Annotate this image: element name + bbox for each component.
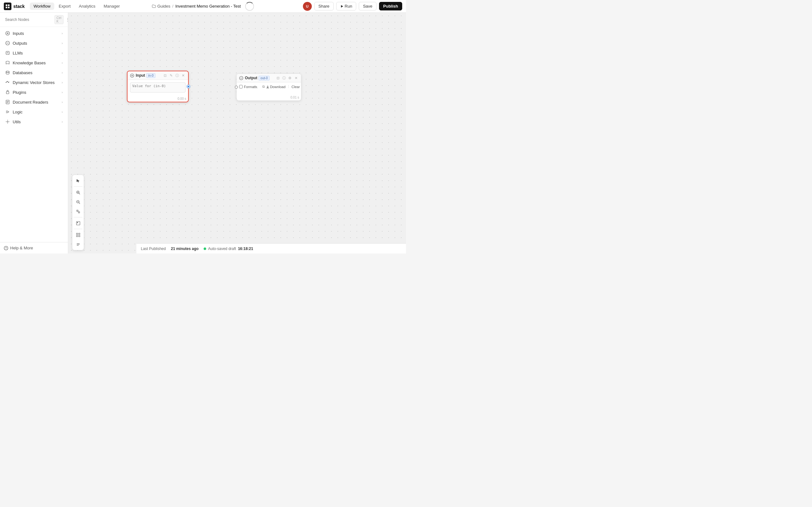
knowledge-bases-icon: [5, 60, 10, 65]
tab-manager[interactable]: Manager: [100, 3, 124, 10]
auto-saved-label: Auto-saved draft: [208, 246, 236, 251]
svg-point-29: [7, 121, 8, 122]
logo-text: stack: [13, 4, 25, 9]
svg-marker-4: [341, 5, 343, 8]
outputs-icon: [5, 41, 10, 46]
toolbar-minimap-btn[interactable]: [73, 219, 83, 228]
main-layout: Ctrl K ⋮ Inputs › Outputs ›: [0, 13, 406, 253]
toolbar-pointer-btn[interactable]: [73, 176, 83, 185]
toolbar-list-btn[interactable]: [73, 240, 83, 249]
minimap-icon: [76, 221, 80, 225]
databases-icon: [5, 70, 10, 75]
output-node-info-btn[interactable]: ⓘ: [281, 75, 287, 80]
tab-workflow[interactable]: Workflow: [30, 3, 54, 10]
document-readers-icon: [5, 100, 10, 105]
search-input[interactable]: [5, 17, 53, 22]
svg-rect-46: [78, 212, 80, 213]
inputs-arrow-icon: ›: [61, 32, 63, 35]
output-node-icon: [239, 76, 244, 80]
save-button[interactable]: Save: [359, 2, 376, 10]
zoom-in-icon: [76, 190, 80, 194]
sidebar-item-knowledge-bases-label: Knowledge Bases: [13, 60, 61, 65]
toolbar-fit-btn[interactable]: [73, 207, 83, 216]
input-node-textarea[interactable]: [130, 82, 186, 93]
outputs-arrow-icon: ›: [61, 41, 63, 45]
svg-point-22: [8, 82, 9, 83]
avatar: U: [303, 2, 312, 11]
svg-point-20: [6, 82, 6, 83]
sidebar-footer[interactable]: Help & More: [0, 242, 68, 253]
sidebar-item-outputs-label: Outputs: [13, 41, 61, 46]
logic-arrow-icon: ›: [61, 110, 63, 114]
input-node-header: Input in-0 ⊡ ✎ ⓘ ✕: [128, 71, 188, 80]
output-node-expand-btn[interactable]: ⊡: [275, 75, 281, 80]
toggle-knob: [257, 85, 260, 89]
svg-line-39: [79, 193, 80, 194]
svg-rect-50: [77, 222, 78, 223]
sidebar-item-inputs[interactable]: Inputs ›: [1, 29, 67, 38]
input-node-connector[interactable]: [187, 85, 190, 88]
pointer-icon: [76, 179, 80, 183]
output-node-close-btn[interactable]: ✕: [293, 75, 299, 80]
sidebar-item-document-readers[interactable]: Document Readers ›: [1, 97, 67, 107]
inputs-icon: [5, 31, 10, 36]
sidebar-item-document-readers-label: Document Readers: [13, 100, 61, 105]
input-node-icon: [130, 73, 135, 78]
input-node-close-btn[interactable]: ✕: [181, 73, 186, 78]
sidebar-item-utils-label: Utils: [13, 119, 61, 124]
search-bar: Ctrl K ⋮: [0, 13, 68, 27]
toolbar-grid-btn[interactable]: [73, 230, 83, 239]
logic-icon: [5, 109, 10, 114]
plugins-icon: [5, 90, 10, 95]
svg-rect-23: [6, 92, 9, 94]
utils-arrow-icon: ›: [61, 120, 63, 124]
svg-rect-2: [6, 7, 7, 8]
canvas[interactable]: Input in-0 ⊡ ✎ ⓘ ✕ 0.00 s: [68, 13, 406, 253]
sidebar-item-plugins[interactable]: Plugins ›: [1, 88, 67, 97]
toolbar-sep-2: [73, 217, 83, 217]
sidebar-item-databases[interactable]: Databases ›: [1, 68, 67, 77]
sidebar-item-outputs[interactable]: Outputs ›: [1, 38, 67, 48]
svg-rect-3: [8, 7, 9, 8]
toolbar-zoom-in-btn[interactable]: [73, 188, 83, 197]
loading-spinner: [245, 2, 254, 11]
sidebar-item-utils[interactable]: Utils ›: [1, 117, 67, 126]
output-node: Output out-0 ⊡ ⓘ ⚙ ✕ Formatted ⧉: [236, 73, 301, 101]
sidebar-item-logic-label: Logic: [13, 110, 61, 114]
output-download-btn[interactable]: Download: [266, 85, 286, 89]
sidebar-item-llms[interactable]: LLMs ›: [1, 48, 67, 58]
publish-button[interactable]: Publish: [379, 2, 402, 10]
fit-view-icon: [76, 210, 80, 214]
output-node-connector[interactable]: [235, 86, 238, 89]
sidebar-item-dynamic-vector-stores[interactable]: Dynamic Vector Stores ›: [1, 78, 67, 87]
sidebar-items: Inputs › Outputs › LLMs ›: [0, 27, 68, 242]
dynamic-vector-stores-arrow-icon: ›: [61, 80, 63, 84]
share-button[interactable]: Share: [314, 2, 334, 10]
input-node-expand-btn[interactable]: ⊡: [162, 73, 167, 78]
grid-icon: [76, 233, 80, 237]
tab-export[interactable]: Export: [55, 3, 74, 10]
sidebar-item-knowledge-bases[interactable]: Knowledge Bases ›: [1, 58, 67, 67]
output-checkbox[interactable]: [239, 85, 243, 89]
svg-rect-52: [79, 233, 80, 234]
output-more-icon[interactable]: ⋮: [287, 84, 290, 89]
output-clear-btn[interactable]: Clear: [292, 85, 300, 89]
auto-saved-time: 16:18:21: [238, 246, 253, 251]
toolbar-zoom-out-btn[interactable]: [73, 198, 83, 206]
output-node-badge: out-0: [258, 76, 270, 80]
input-node-badge: in-0: [146, 73, 155, 78]
input-node-info-btn[interactable]: ⓘ: [174, 73, 180, 78]
output-copy-icon[interactable]: ⧉: [262, 84, 265, 89]
toolbar-sep-3: [73, 229, 83, 229]
input-node-edit-btn[interactable]: ✎: [168, 73, 173, 78]
sidebar: Ctrl K ⋮ Inputs › Outputs ›: [0, 13, 68, 253]
toolbar-sep-1: [73, 186, 83, 187]
plugins-arrow-icon: ›: [61, 90, 63, 94]
tab-analytics[interactable]: Analytics: [75, 3, 99, 10]
output-node-settings-btn[interactable]: ⚙: [287, 75, 293, 80]
sidebar-item-logic[interactable]: Logic ›: [1, 107, 67, 117]
folder-icon: [152, 4, 156, 8]
search-shortcut: Ctrl K: [55, 15, 63, 24]
run-button[interactable]: Run: [336, 2, 357, 10]
svg-rect-45: [77, 210, 78, 211]
